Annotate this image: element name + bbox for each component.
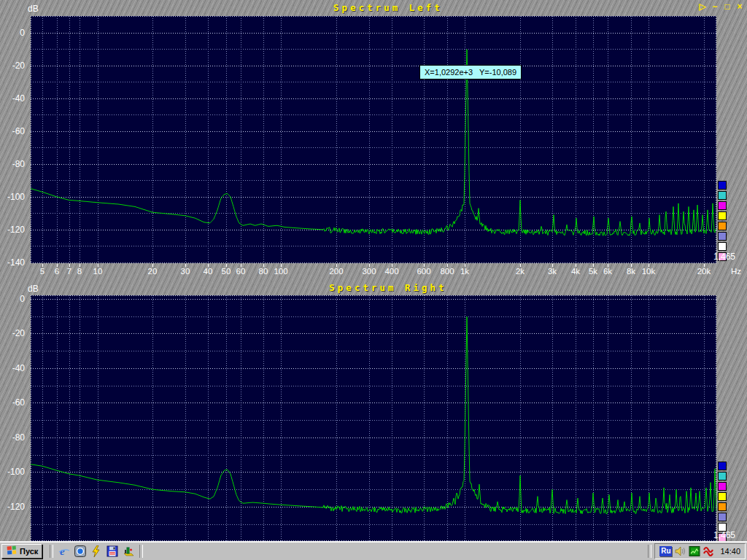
trace-color-legend-left [718,181,727,261]
legend-color-swatch[interactable] [718,472,727,481]
y-tick-label: 0 [0,28,25,38]
y-tick-label: 0 [0,294,25,304]
taskbar: Пуск e [0,541,747,560]
internet-explorer-quicklaunch[interactable]: e [56,544,72,559]
x-tick-label: 1k [452,267,477,276]
y-tick-label: -120 [0,225,25,235]
legend-color-swatch[interactable] [718,242,727,251]
y-tick-label: -60 [0,126,25,136]
x-tick-label: 400 [379,267,404,276]
y-tick-label: -60 [0,397,25,408]
run-button[interactable]: ▷ [699,1,706,12]
legend-color-swatch[interactable] [718,191,727,200]
y-tick-label: -120 [0,502,25,512]
system-tray: Ru 14:40 [654,543,746,559]
x-tick-label: 300 [357,267,382,276]
minimize-button[interactable]: − [711,1,719,12]
spectrum-plot-right[interactable] [31,295,716,541]
mixer-app-quicklaunch[interactable] [120,544,136,559]
y-tick-label: -20 [0,328,25,338]
toolbar-separator [50,545,53,558]
internet-explorer-icon: e [58,545,70,557]
volume-icon[interactable] [675,545,686,557]
x-tick-label: 600 [411,267,436,276]
close-button[interactable]: × [736,1,743,12]
x-tick-label: 30 [173,267,198,276]
app-window: Spectrum Left ▷ − □ × dB X=1,0292e+3 Y=-… [0,0,747,560]
legend-color-swatch[interactable] [718,462,727,470]
y-axis-labels-right: 0-20-40-60-80-100-120 [0,295,28,541]
chart-title-left: Spectrum Left [45,2,731,13]
x-tick-label: 60 [228,267,253,276]
y-tick-label: -20 [0,61,25,71]
language-indicator[interactable]: Ru [659,546,672,556]
y-axis-unit-left: dB [28,4,39,14]
x-tick-label: 20k [692,267,716,276]
status-value-right: 1,465 [709,530,735,540]
x-axis-left: Hz 5678102030405060801002003004006008001… [31,264,747,277]
x-tick-label: 100 [268,267,293,276]
red-wave-tray-icon[interactable] [703,545,714,557]
lightning-icon [90,545,102,557]
y-tick-label: -140 [0,257,25,268]
start-button-label: Пуск [20,547,38,556]
y-axis-labels-left: 0-20-40-60-80-100-120-140 [0,16,28,263]
x-tick-label: 3k [540,267,565,276]
legend-color-swatch[interactable] [718,232,727,241]
y-tick-label: -100 [0,467,25,477]
start-button[interactable]: Пуск [1,544,42,559]
legend-color-swatch[interactable] [718,482,727,491]
legend-color-swatch[interactable] [718,222,727,230]
x-tick-label: 200 [324,267,349,276]
x-tick-label: 10 [85,267,110,276]
toolbar-separator [139,545,143,558]
windows-logo-icon [6,545,18,557]
legend-color-swatch[interactable] [718,201,727,210]
status-value-left: 1,465 [709,252,735,262]
x-tick-label: 2k [508,267,533,276]
legend-color-swatch[interactable] [718,492,727,501]
y-tick-label: -100 [0,192,25,202]
q-app-icon [74,545,86,557]
spectrum-plot-left[interactable]: X=1,0292e+3 Y=-10,089 [31,16,716,263]
floppy-save-quicklaunch[interactable] [104,544,120,559]
floppy-disk-icon [107,545,118,557]
x-tick-label: 10k [636,267,661,276]
legend-color-swatch[interactable] [718,513,727,521]
chart-title-right: Spectrum Right [45,282,731,293]
q-app-quicklaunch[interactable] [72,544,88,559]
legend-color-swatch[interactable] [718,502,727,511]
system-monitor-icon[interactable] [689,545,700,557]
toolbar-separator [648,545,651,558]
y-tick-label: -80 [0,432,25,443]
y-axis-unit-right: dB [28,284,39,294]
maximize-button[interactable]: □ [724,1,731,12]
x-tick-label: 20 [140,267,165,276]
x-axis-unit: Hz [724,267,747,276]
y-tick-label: -40 [0,93,25,104]
y-tick-label: -80 [0,159,25,169]
y-tick-label: -40 [0,363,25,373]
mixer-app-icon [123,545,134,557]
window-controls: ▷ − □ × [699,1,743,12]
legend-color-swatch[interactable] [718,181,727,190]
legend-color-swatch[interactable] [718,211,727,220]
winamp-quicklaunch[interactable] [88,544,104,559]
cursor-readout: X=1,0292e+3 Y=-10,089 [419,65,522,79]
taskbar-clock[interactable]: 14:40 [717,547,740,556]
x-tick-label: 6k [595,267,620,276]
